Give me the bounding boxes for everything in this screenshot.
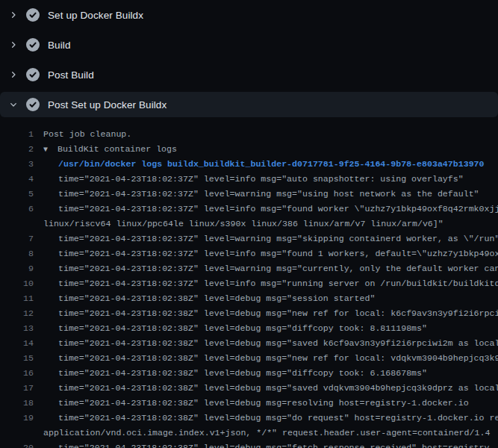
chevron-right-icon[interactable] <box>7 40 19 49</box>
log-line: 12 time="2021-04-23T18:02:38Z" level=deb… <box>0 306 498 321</box>
log-text: time="2021-04-23T18:02:37Z" level=warnin… <box>43 231 498 246</box>
log-line: 16 time="2021-04-23T18:02:38Z" level=deb… <box>0 366 498 381</box>
line-number[interactable]: 6 <box>0 202 43 217</box>
line-number[interactable]: 5 <box>0 187 43 202</box>
log-line: 9 time="2021-04-23T18:02:37Z" level=warn… <box>0 261 498 276</box>
log-text: time="2021-04-23T18:02:37Z" level=info m… <box>43 276 498 291</box>
line-number <box>0 217 43 231</box>
log-text: time="2021-04-23T18:02:38Z" level=debug … <box>43 381 498 396</box>
log-line: 18 time="2021-04-23T18:02:38Z" level=deb… <box>0 396 498 411</box>
log-line: 17 time="2021-04-23T18:02:38Z" level=deb… <box>0 381 498 396</box>
log-text: time="2021-04-23T18:02:38Z" level=debug … <box>43 351 498 366</box>
log-line: 10 time="2021-04-23T18:02:37Z" level=inf… <box>0 276 498 291</box>
log-line: 1 Post job cleanup. <box>0 127 498 142</box>
step-header[interactable]: Build <box>0 30 498 60</box>
log-text: time="2021-04-23T18:02:38Z" level=debug … <box>43 336 498 351</box>
chevron-right-icon[interactable] <box>7 10 19 19</box>
log-line: 4 time="2021-04-23T18:02:37Z" level=info… <box>0 172 498 187</box>
step-title: Set up Docker Buildx <box>48 10 143 21</box>
log-text: time="2021-04-23T18:02:38Z" level=debug … <box>43 306 498 321</box>
log-line: 2 ▼ BuildKit container logs <box>0 142 498 157</box>
step-header[interactable]: Set up Docker Buildx <box>0 0 498 30</box>
line-number[interactable]: 4 <box>0 172 43 187</box>
log-line: 5 time="2021-04-23T18:02:37Z" level=warn… <box>0 187 498 202</box>
log-line: linux/riscv64 linux/ppc64le linux/s390x … <box>0 217 498 231</box>
line-number[interactable]: 9 <box>0 261 43 276</box>
line-number[interactable]: 7 <box>0 231 43 246</box>
workflow-log-panel: Set up Docker Buildx Build Post Build Po… <box>0 0 498 448</box>
check-circle-icon <box>26 98 40 111</box>
log-text: time="2021-04-23T18:02:38Z" level=debug … <box>43 441 498 448</box>
log-text: time="2021-04-23T18:02:37Z" level=warnin… <box>43 261 498 276</box>
log-line: 13 time="2021-04-23T18:02:38Z" level=deb… <box>0 321 498 336</box>
chevron-down-icon[interactable] <box>7 100 19 109</box>
line-number[interactable]: 8 <box>0 246 43 261</box>
log-text: ▼ BuildKit container logs <box>43 142 498 157</box>
log-text: time="2021-04-23T18:02:38Z" level=debug … <box>43 411 498 426</box>
log-line: 8 time="2021-04-23T18:02:37Z" level=info… <box>0 246 498 261</box>
check-circle-icon <box>26 8 40 22</box>
log-text: time="2021-04-23T18:02:38Z" level=debug … <box>43 396 498 411</box>
log-text: time="2021-04-23T18:02:38Z" level=debug … <box>43 291 498 306</box>
step-title: Post Build <box>48 69 94 81</box>
line-number[interactable]: 13 <box>0 321 43 336</box>
line-number[interactable]: 12 <box>0 306 43 321</box>
log-line: 20 time="2021-04-23T18:02:38Z" level=deb… <box>0 441 498 448</box>
log-line: 15 time="2021-04-23T18:02:38Z" level=deb… <box>0 351 498 366</box>
group-label[interactable]: BuildKit container logs <box>52 144 177 154</box>
log-text: time="2021-04-23T18:02:38Z" level=debug … <box>43 366 498 381</box>
line-number[interactable]: 15 <box>0 351 43 366</box>
line-number[interactable]: 3 <box>0 157 43 172</box>
log-text: application/vnd.oci.image.index.v1+json,… <box>43 426 498 441</box>
log-text: time="2021-04-23T18:02:38Z" level=debug … <box>43 321 498 336</box>
log-line: application/vnd.oci.image.index.v1+json,… <box>0 426 498 441</box>
chevron-right-icon[interactable] <box>7 70 19 79</box>
line-number[interactable]: 11 <box>0 291 43 306</box>
step-header[interactable]: Post Build <box>0 60 498 90</box>
log-text: time="2021-04-23T18:02:37Z" level=warnin… <box>43 187 498 202</box>
line-number[interactable]: 10 <box>0 276 43 291</box>
log-line: 19 time="2021-04-23T18:02:38Z" level=deb… <box>0 411 498 426</box>
group-toggle-icon[interactable]: ▼ <box>43 143 52 157</box>
log-line: 7 time="2021-04-23T18:02:37Z" level=warn… <box>0 231 498 246</box>
step-title: Post Set up Docker Buildx <box>48 99 166 111</box>
log-text: time="2021-04-23T18:02:37Z" level=info m… <box>43 246 498 261</box>
log-line: 3 /usr/bin/docker logs buildx_buildkit_b… <box>0 157 498 172</box>
step-title: Build <box>48 40 71 51</box>
log-line: 11 time="2021-04-23T18:02:38Z" level=deb… <box>0 291 498 306</box>
log-text: /usr/bin/docker logs buildx_buildkit_bui… <box>43 157 498 172</box>
log-viewer: 1 Post job cleanup. 2 ▼ BuildKit contain… <box>0 119 498 448</box>
check-circle-icon <box>26 68 40 81</box>
line-number[interactable]: 1 <box>0 127 43 142</box>
step-header[interactable]: Post Set up Docker Buildx <box>0 92 498 117</box>
line-number[interactable]: 19 <box>0 411 43 426</box>
line-number <box>0 426 43 441</box>
line-number[interactable]: 2 <box>0 142 43 157</box>
line-number[interactable]: 18 <box>0 396 43 411</box>
log-line: 6 time="2021-04-23T18:02:37Z" level=info… <box>0 202 498 217</box>
log-line: 14 time="2021-04-23T18:02:38Z" level=deb… <box>0 336 498 351</box>
log-text: Post job cleanup. <box>43 127 498 142</box>
check-circle-icon <box>26 38 40 52</box>
line-number[interactable]: 16 <box>0 366 43 381</box>
line-number[interactable]: 14 <box>0 336 43 351</box>
log-text: time="2021-04-23T18:02:37Z" level=info m… <box>43 202 498 217</box>
log-text: linux/riscv64 linux/ppc64le linux/s390x … <box>43 217 498 231</box>
step-list: Set up Docker Buildx Build Post Build Po… <box>0 0 498 117</box>
line-number[interactable]: 20 <box>0 441 43 448</box>
line-number[interactable]: 17 <box>0 381 43 396</box>
log-text: time="2021-04-23T18:02:37Z" level=info m… <box>43 172 498 187</box>
